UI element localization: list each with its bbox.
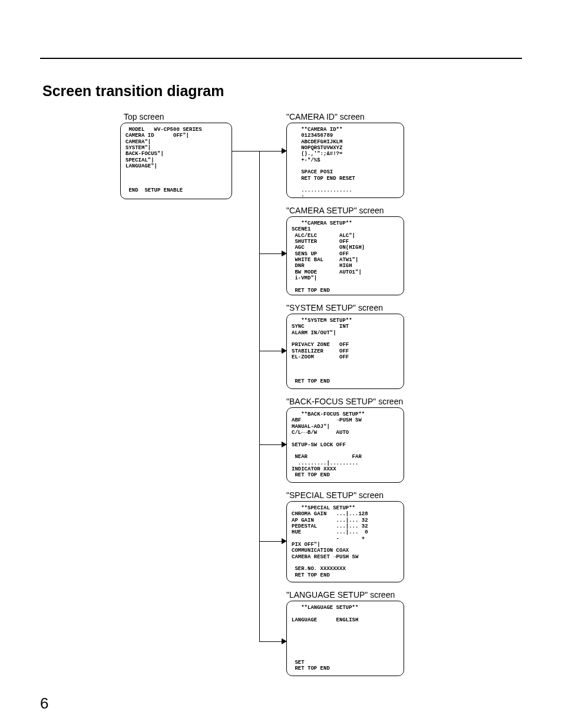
arrow-icon (282, 348, 287, 354)
back-focus-box: **BACK-FOCUS SETUP** ABF →PUSH SW MANUAL… (286, 407, 404, 483)
branch-5 (259, 541, 282, 542)
arrow-icon (282, 148, 287, 154)
label-special: "SPECIAL SETUP" screen (286, 490, 384, 500)
top-screen-box: MODEL WV-CP500 SERIES CAMERA ID OFF"| CA… (120, 123, 232, 199)
language-setup-box: **LANGUAGE SETUP** LANGUAGE ENGLISH SET … (286, 601, 404, 676)
connector-line (232, 151, 259, 151)
camera-setup-box: **CAMERA SETUP** SCENE1 ALC/ELC ALC"| SH… (286, 216, 404, 295)
branch-4 (259, 444, 282, 445)
page-number: 6 (40, 694, 48, 713)
camera-id-box: **CAMERA ID** 0123456789 ABCDEFGHIJKLM N… (286, 123, 404, 198)
arrow-icon (282, 538, 287, 544)
page-title: Screen transition diagram (42, 83, 224, 100)
special-setup-box: **SPECIAL SETUP** CHROMA GAIN ...|...128… (286, 501, 404, 582)
top-rule (40, 58, 522, 59)
branch-1 (259, 151, 282, 151)
arrow-icon (282, 638, 287, 644)
arrow-icon (282, 442, 287, 447)
page: Screen transition diagram Top screen MOD… (0, 0, 562, 728)
arrow-icon (282, 251, 287, 256)
connector-trunk (259, 151, 260, 641)
label-system-setup: "SYSTEM SETUP" screen (286, 303, 383, 312)
label-language: "LANGUAGE SETUP" screen (286, 590, 395, 599)
branch-2 (259, 253, 282, 254)
branch-6 (259, 641, 282, 642)
label-camera-id: "CAMERA ID" screen (286, 112, 365, 121)
label-back-focus: "BACK-FOCUS SETUP" screen (286, 397, 403, 406)
branch-3 (259, 351, 282, 351)
label-camera-setup: "CAMERA SETUP" screen (286, 206, 384, 215)
system-setup-box: **SYSTEM SETUP** SYNC INT ALARM IN/OUT"|… (286, 314, 404, 389)
label-top-screen: Top screen (124, 112, 164, 121)
